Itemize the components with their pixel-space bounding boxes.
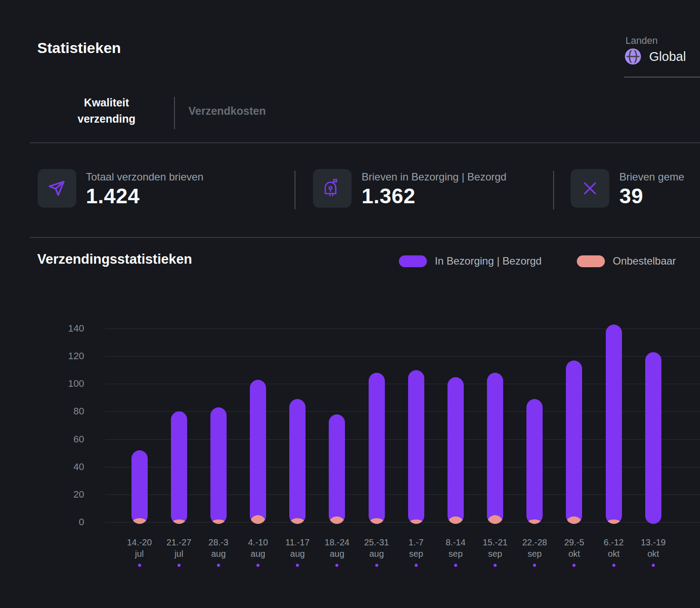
x-axis-dot xyxy=(454,564,457,567)
x-axis-label: 6.-12 okt xyxy=(592,537,636,559)
chart-bar-segment-onbestelbaar xyxy=(131,518,148,524)
chart-bar[interactable] xyxy=(210,407,227,524)
stat-card-divider xyxy=(295,171,295,209)
chart-bar-segment-onbestelbaar xyxy=(210,520,227,524)
y-axis-tick-label: 100 xyxy=(44,378,84,389)
y-axis-tick-label: 20 xyxy=(44,489,84,500)
y-axis-tick-label: 80 xyxy=(44,406,84,417)
chart-bar[interactable] xyxy=(329,414,345,524)
chart-bar[interactable] xyxy=(448,377,464,524)
x-icon xyxy=(580,178,600,198)
chart-bar[interactable] xyxy=(606,325,622,524)
chart-bar[interactable] xyxy=(645,352,661,524)
chart-bar-segment-onbestelbaar xyxy=(289,518,306,524)
tab-verzendkosten[interactable]: Verzendkosten xyxy=(188,105,266,117)
stat-value-in-bezorging: 1.362 xyxy=(362,184,416,208)
chart-bar[interactable] xyxy=(131,450,148,524)
x-axis-dot xyxy=(612,564,615,567)
divider-under-tabs xyxy=(30,142,700,143)
chart-bar-segment-onbestelbaar xyxy=(566,516,582,524)
chart-bar[interactable] xyxy=(171,411,187,524)
x-axis-label: 18.-24 aug xyxy=(315,537,359,559)
x-axis-label: 25.-31 aug xyxy=(355,537,398,559)
x-axis-dot xyxy=(494,564,497,567)
stat-card-icon-box xyxy=(38,169,76,208)
x-axis-dot xyxy=(335,564,338,567)
chart-bar-segment-onbestelbaar xyxy=(369,518,385,524)
x-axis-dot xyxy=(652,564,655,567)
chart-bar[interactable] xyxy=(408,370,424,524)
page-title: Statistieken xyxy=(37,39,121,57)
legend-swatch-salmon xyxy=(577,255,605,267)
chart-bar-segment-onbestelbaar xyxy=(171,520,187,524)
legend-label: In Bezorging | Bezorgd xyxy=(435,255,542,267)
mailbox-icon xyxy=(322,178,343,199)
y-axis-tick-label: 120 xyxy=(44,350,84,362)
stat-value-brieven-gemeld: 39 xyxy=(619,184,643,208)
chart-bar[interactable] xyxy=(369,373,385,524)
tab-divider xyxy=(174,97,175,129)
stat-card-icon-box xyxy=(313,169,352,208)
tab-kwaliteit-verzending[interactable]: Kwaliteit verzending xyxy=(65,95,148,127)
legend-swatch-purple xyxy=(399,255,427,267)
x-axis-dot xyxy=(533,564,536,567)
x-axis-dot xyxy=(178,564,181,567)
chart-bar-segment-onbestelbaar xyxy=(448,516,464,524)
y-axis-tick-label: 60 xyxy=(44,434,84,445)
chart-bar-segment-onbestelbaar xyxy=(606,520,622,524)
x-axis-label: 15.-21 sep xyxy=(473,537,517,559)
chart-bar[interactable] xyxy=(566,361,582,524)
x-axis-label: 1.-7 sep xyxy=(394,537,438,559)
country-select-underline xyxy=(624,77,700,78)
legend-item-in-bezorging[interactable]: In Bezorging | Bezorgd xyxy=(399,255,542,267)
y-axis-tick-label: 40 xyxy=(44,461,84,473)
country-select-label: Landen xyxy=(625,35,657,46)
stat-card-icon-box xyxy=(571,169,609,208)
x-axis-dot xyxy=(375,564,378,567)
y-axis-tick-label: 0 xyxy=(44,516,84,528)
x-axis-label: 4.-10 aug xyxy=(236,537,280,559)
x-axis-dot xyxy=(138,564,141,567)
chart-bar-segment-onbestelbaar xyxy=(487,515,503,524)
stat-label-in-bezorging: Brieven in Bezorging | Bezorgd xyxy=(362,171,506,183)
legend-label: Onbestelbaar xyxy=(613,255,676,267)
x-axis-label: 29.-5 okt xyxy=(552,537,596,559)
x-axis-label: 14.-20 jul xyxy=(117,537,161,559)
chart-bar-segment-onbestelbaar xyxy=(329,516,345,524)
y-axis-tick-label: 140 xyxy=(44,323,84,334)
x-axis-dot xyxy=(572,564,576,567)
x-axis-label: 28.-3 aug xyxy=(196,537,240,559)
chart-bar-segment-onbestelbaar xyxy=(526,520,543,524)
x-axis-dot xyxy=(296,564,299,567)
x-axis-label: 22.-28 sep xyxy=(513,537,557,559)
chart-bar[interactable] xyxy=(289,399,306,524)
chart-bar-segment-onbestelbaar xyxy=(408,520,424,524)
stat-value-totaal-verzonden: 1.424 xyxy=(86,184,140,208)
x-axis-label: 8.-14 sep xyxy=(434,537,477,559)
globe-icon xyxy=(624,47,642,66)
x-axis-dot xyxy=(415,564,418,567)
shipping-chart: 02040608010012014014.-20 jul21.-27 jul28… xyxy=(0,302,700,608)
send-icon xyxy=(47,178,67,198)
x-axis-label: 11.-17 aug xyxy=(276,537,320,559)
stat-label-totaal-verzonden: Totaal verzonden brieven xyxy=(86,171,203,183)
x-axis-label: 13.-19 okt xyxy=(631,537,675,559)
chart-section-title: Verzendingsstatistieken xyxy=(37,251,192,267)
x-axis-dot xyxy=(217,564,220,567)
country-select[interactable]: Global xyxy=(624,47,686,66)
x-axis-dot xyxy=(256,564,259,567)
legend-item-onbestelbaar[interactable]: Onbestelbaar xyxy=(577,255,676,267)
chart-bar[interactable] xyxy=(526,399,543,524)
chart-bar[interactable] xyxy=(250,380,266,524)
x-axis-label: 21.-27 jul xyxy=(157,537,201,559)
country-select-value[interactable]: Global xyxy=(649,49,686,64)
chart-bar[interactable] xyxy=(487,373,503,524)
stat-label-brieven-gemeld: Brieven geme xyxy=(619,171,684,183)
chart-bar-segment-onbestelbaar xyxy=(250,515,266,524)
divider-under-stats xyxy=(30,237,700,238)
stat-card-divider xyxy=(553,171,554,209)
